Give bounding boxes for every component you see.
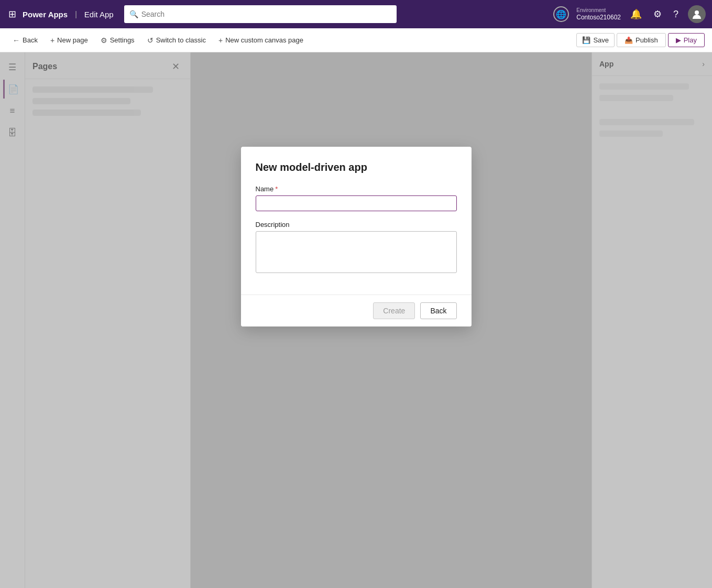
notification-icon[interactable]: 🔔 xyxy=(628,6,644,22)
nav-right: 🌐 Environment Contoso210602 🔔 ⚙ ? xyxy=(553,5,706,23)
publish-icon: 📤 xyxy=(625,36,633,44)
play-button[interactable]: ▶ Play xyxy=(668,33,705,47)
search-input[interactable] xyxy=(141,10,391,18)
dialog-footer: Create Back xyxy=(241,295,472,326)
environment-name: Contoso210602 xyxy=(576,14,621,22)
switch-classic-label: Switch to classic xyxy=(156,36,206,44)
name-label-text: Name xyxy=(256,185,274,193)
back-label: Back xyxy=(23,36,38,44)
new-page-button[interactable]: + New page xyxy=(45,34,93,47)
save-label: Save xyxy=(593,36,609,44)
edit-app-label: Edit App xyxy=(84,10,114,19)
create-button[interactable]: Create xyxy=(373,302,415,319)
settings-icon[interactable]: ⚙ xyxy=(651,6,664,22)
name-field: Name * xyxy=(256,185,457,211)
new-canvas-label: New custom canvas page xyxy=(225,36,303,44)
save-icon: 💾 xyxy=(582,36,590,44)
environment-label: Environment xyxy=(576,7,606,14)
save-button[interactable]: 💾 Save xyxy=(576,33,615,47)
switch-icon: ↺ xyxy=(147,36,154,45)
brand-label: Power Apps xyxy=(23,10,68,19)
settings-label: Settings xyxy=(110,36,135,44)
nav-divider: | xyxy=(75,10,77,18)
help-icon[interactable]: ? xyxy=(671,7,681,22)
description-input[interactable] xyxy=(256,231,457,273)
new-canvas-button[interactable]: + New custom canvas page xyxy=(213,34,309,47)
dialog: New model-driven app Name * Description … xyxy=(241,147,472,326)
svg-point-0 xyxy=(695,10,699,15)
modal-overlay: New model-driven app Name * Description … xyxy=(0,52,712,588)
name-input[interactable] xyxy=(256,195,457,211)
search-box: 🔍 xyxy=(124,5,397,23)
top-nav: ⊞ Power Apps | Edit App 🔍 🌐 Environment … xyxy=(0,0,712,28)
environment-info: Environment Contoso210602 xyxy=(576,7,621,22)
new-page-label: New page xyxy=(57,36,88,44)
gear-icon: ⚙ xyxy=(101,36,107,45)
publish-button[interactable]: 📤 Publish xyxy=(617,33,666,47)
required-star: * xyxy=(275,185,278,193)
play-icon: ▶ xyxy=(676,36,681,44)
toolbar-right: 💾 Save 📤 Publish ▶ Play xyxy=(576,33,705,47)
canvas-plus-icon: + xyxy=(218,36,223,45)
grid-menu-icon[interactable]: ⊞ xyxy=(6,6,18,22)
description-field: Description xyxy=(256,221,457,275)
create-label: Create xyxy=(383,307,405,315)
name-label: Name * xyxy=(256,185,457,193)
publish-label: Publish xyxy=(636,36,658,44)
dialog-back-button[interactable]: Back xyxy=(420,302,456,319)
plus-icon: + xyxy=(50,36,54,45)
avatar[interactable] xyxy=(688,5,706,23)
dialog-back-label: Back xyxy=(430,307,446,315)
search-icon: 🔍 xyxy=(129,10,138,18)
settings-button[interactable]: ⚙ Settings xyxy=(95,34,140,47)
dialog-body: New model-driven app Name * Description xyxy=(241,147,472,295)
description-label: Description xyxy=(256,221,457,228)
play-label: Play xyxy=(684,36,697,44)
toolbar: ← Back + New page ⚙ Settings ↺ Switch to… xyxy=(0,28,712,52)
back-button[interactable]: ← Back xyxy=(7,34,43,47)
description-label-text: Description xyxy=(256,221,290,228)
dialog-title: New model-driven app xyxy=(256,161,457,173)
back-arrow-icon: ← xyxy=(13,36,20,45)
switch-classic-button[interactable]: ↺ Switch to classic xyxy=(142,34,211,47)
environment-icon[interactable]: 🌐 xyxy=(553,6,569,22)
